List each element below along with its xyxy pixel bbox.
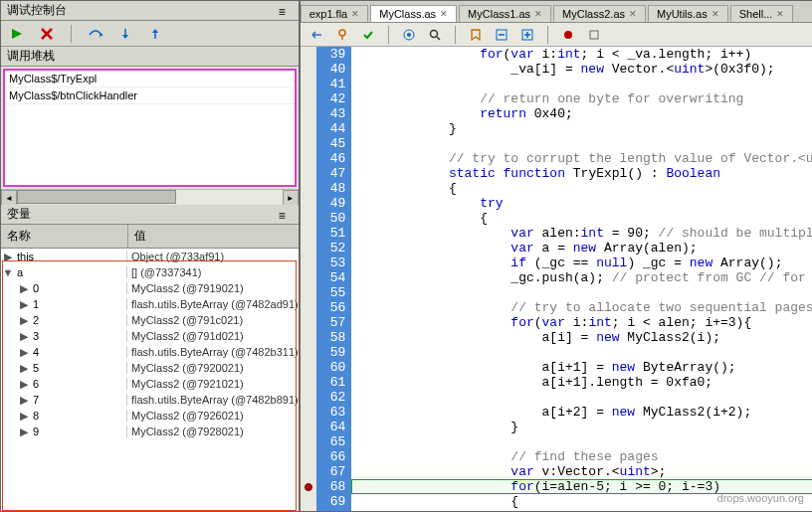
check-icon[interactable]: [358, 26, 378, 44]
code-line[interactable]: {: [355, 181, 812, 196]
editor-tab[interactable]: MyClass.as✕: [370, 5, 457, 22]
breakpoint-gutter[interactable]: [301, 196, 316, 211]
editor-tab[interactable]: exp1.fla✕: [301, 5, 369, 22]
code-line[interactable]: _va[i] = new Vector.<uint>(0x3f0);: [355, 62, 812, 77]
line-number[interactable]: 70: [330, 509, 346, 511]
breakpoint-gutter[interactable]: [301, 509, 316, 511]
breakpoint-gutter[interactable]: [301, 106, 316, 121]
editor-tab[interactable]: MyClass1.as✕: [459, 5, 551, 22]
line-number[interactable]: 51: [330, 226, 346, 241]
step-over-icon[interactable]: [86, 25, 105, 43]
expand-icon[interactable]: ▶: [17, 410, 31, 423]
expand-icon[interactable]: ▶: [1, 251, 15, 263]
breakpoint-gutter[interactable]: [301, 494, 316, 509]
var-row[interactable]: ▶4flash.utils.ByteArray (@7482b311): [1, 344, 299, 360]
breakpoint-gutter[interactable]: [301, 136, 316, 151]
var-row[interactable]: ▼a[] (@7337341): [1, 264, 299, 280]
breakpoint-gutter[interactable]: [301, 464, 316, 479]
var-row[interactable]: ▶8MyClass2 (@7926021): [1, 408, 299, 424]
expand-icon[interactable]: ▶: [17, 282, 31, 295]
breakpoint-gutter[interactable]: [301, 211, 316, 226]
code-line[interactable]: var v:Vector.<uint>;: [355, 464, 812, 479]
line-number[interactable]: 40: [330, 62, 346, 77]
line-number[interactable]: 65: [330, 434, 346, 449]
line-number[interactable]: 58: [330, 330, 346, 345]
editor-tab[interactable]: MyUtils.as✕: [648, 5, 728, 22]
line-number[interactable]: 60: [330, 360, 346, 375]
nav-back-icon[interactable]: [306, 26, 326, 44]
breakpoint-gutter[interactable]: [301, 345, 316, 360]
code-line[interactable]: for(var i:int; i < _va.length; i++): [355, 47, 812, 62]
expand-icon[interactable]: ▶: [17, 298, 31, 311]
line-number[interactable]: 45: [330, 136, 346, 151]
expand-icon[interactable]: ▶: [17, 378, 31, 391]
callstack-list[interactable]: MyClass$/TryExplMyClass$/btnClickHandler: [3, 69, 297, 187]
breakpoint-gutter[interactable]: [301, 300, 316, 315]
breakpoint-gutter[interactable]: [301, 121, 316, 136]
line-number[interactable]: 67: [330, 464, 346, 479]
options-icon[interactable]: [584, 26, 604, 44]
line-number[interactable]: 64: [330, 420, 346, 434]
breakpoint-gutter[interactable]: [301, 330, 316, 345]
code-line[interactable]: a[i+1] = new ByteArray();: [355, 360, 812, 375]
line-number[interactable]: 53: [330, 256, 346, 270]
code-line[interactable]: [355, 285, 812, 300]
var-row[interactable]: ▶1flash.utils.ByteArray (@7482ad91): [1, 296, 299, 312]
line-number[interactable]: 52: [330, 241, 346, 256]
code-line[interactable]: [355, 77, 812, 91]
breakpoint-gutter[interactable]: [301, 241, 316, 256]
line-number[interactable]: 39: [330, 47, 346, 62]
breakpoint-gutter[interactable]: [301, 434, 316, 449]
editor-tab[interactable]: MyClass2.as✕: [553, 5, 646, 22]
code-line[interactable]: try: [355, 196, 812, 211]
code-line[interactable]: // return one byte for overwriting: [355, 91, 812, 106]
line-number[interactable]: 42: [330, 91, 346, 106]
var-row[interactable]: ▶7flash.utils.ByteArray (@7482b891): [1, 392, 299, 408]
line-number[interactable]: 55: [330, 285, 346, 300]
line-number[interactable]: 44: [330, 121, 346, 136]
vars-tree[interactable]: ▶thisObject (@733af91)▼a[] (@7337341)▶0M…: [1, 249, 299, 511]
code-line[interactable]: a[i] = new MyClass2(i);: [355, 330, 812, 345]
code-line[interactable]: // find these pages: [355, 449, 812, 464]
close-icon[interactable]: ✕: [440, 9, 448, 19]
code-line[interactable]: [355, 136, 812, 151]
breakpoint-gutter[interactable]: [301, 47, 316, 62]
code-line[interactable]: var a = new Array(alen);: [355, 241, 812, 256]
expand-icon[interactable]: ▶: [17, 314, 31, 327]
breakpoint-gutter[interactable]: [301, 315, 316, 330]
breakpoint-gutter[interactable]: [301, 270, 316, 285]
breakpoint-icon[interactable]: [558, 26, 578, 44]
breakpoint-gutter[interactable]: [301, 390, 316, 405]
step-out-icon[interactable]: [145, 25, 165, 43]
code-line[interactable]: var alen:int = 90; // should be multiply…: [355, 226, 812, 241]
breakpoint-gutter[interactable]: [301, 77, 316, 91]
code-line[interactable]: }: [355, 121, 812, 136]
breakpoint-gutter[interactable]: [301, 151, 316, 166]
line-number[interactable]: 68: [330, 479, 346, 494]
stop-icon[interactable]: [37, 25, 57, 43]
line-number[interactable]: 46: [330, 151, 346, 166]
line-number[interactable]: 47: [330, 166, 346, 181]
code-line[interactable]: a[i+1].length = 0xfa0;: [355, 375, 812, 390]
continue-icon[interactable]: [7, 25, 27, 43]
breakpoint-gutter[interactable]: [301, 285, 316, 300]
var-row[interactable]: ▶6MyClass2 (@7921021): [1, 376, 299, 392]
code-line[interactable]: // take next allocated ByteArray: [355, 509, 812, 511]
editor-tab[interactable]: Shell...✕: [730, 5, 794, 22]
var-row[interactable]: ▶9MyClass2 (@7928021): [1, 424, 299, 439]
callstack-hscroll[interactable]: ◄►: [1, 189, 299, 205]
expand-icon[interactable]: ▼: [1, 266, 15, 278]
close-icon[interactable]: ✕: [351, 9, 359, 19]
close-icon[interactable]: ✕: [711, 9, 719, 19]
code-line[interactable]: [355, 390, 812, 405]
expand-icon[interactable]: ▶: [17, 426, 31, 438]
code-line[interactable]: [355, 345, 812, 360]
collapse-icon[interactable]: [492, 26, 511, 44]
pin-icon[interactable]: [332, 26, 352, 44]
var-row[interactable]: ▶5MyClass2 (@7920021): [1, 360, 299, 376]
breakpoint-gutter[interactable]: [301, 420, 316, 434]
close-icon[interactable]: ✕: [776, 9, 784, 19]
step-into-icon[interactable]: [115, 25, 135, 43]
code-line[interactable]: {: [355, 211, 812, 226]
line-number[interactable]: 62: [330, 390, 346, 405]
